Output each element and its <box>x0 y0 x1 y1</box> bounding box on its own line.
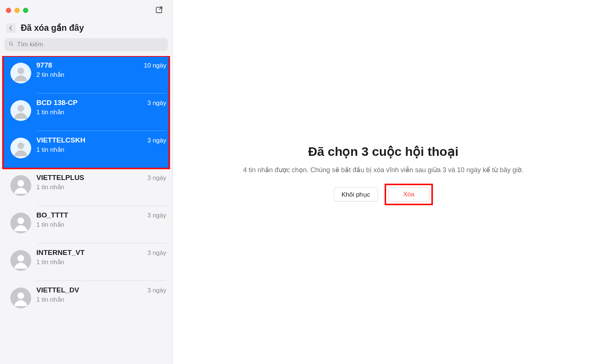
window-controls <box>6 8 28 13</box>
delete-button-highlight: Xóa <box>385 184 433 205</box>
conversation-row[interactable]: BCD 138-CP 3 ngày 1 tin nhắn <box>3 94 169 131</box>
recover-button[interactable]: Khôi phục <box>334 187 378 201</box>
conversation-list: 9778 10 ngày 2 tin nhắn BCD 138-CP 3 ngà… <box>0 56 172 364</box>
conversation-subtitle: 1 tin nhắn <box>36 146 166 154</box>
delete-button[interactable]: Xóa <box>388 187 429 201</box>
conversation-row[interactable]: VIETTELPLUS 3 ngày 1 tin nhắn <box>0 168 172 206</box>
back-button[interactable] <box>6 23 16 33</box>
conversation-subtitle: 1 tin nhắn <box>36 108 166 116</box>
header-row: Đã xóa gần đây <box>0 21 172 38</box>
conversation-name: VIETTELCSKH <box>36 136 85 144</box>
close-window-button[interactable] <box>6 8 11 13</box>
zoom-window-button[interactable] <box>23 8 28 13</box>
selection-heading: Đã chọn 3 cuộc hội thoại <box>243 144 523 159</box>
avatar <box>10 288 31 308</box>
avatar <box>10 100 31 121</box>
conversation-subtitle: 1 tin nhắn <box>36 183 166 191</box>
conversation-subtitle: 2 tin nhắn <box>36 71 166 79</box>
titlebar <box>0 0 172 21</box>
svg-point-16 <box>17 292 24 299</box>
conversation-row[interactable]: INTERNET_VT 3 ngày 1 tin nhắn <box>0 243 172 281</box>
minimize-window-button[interactable] <box>14 8 20 13</box>
sidebar: Đã xóa gần đây 9778 10 ngày <box>0 0 173 364</box>
svg-point-6 <box>17 105 24 112</box>
avatar <box>10 175 31 196</box>
conversation-time: 3 ngày <box>147 137 166 144</box>
conversation-name: INTERNET_VT <box>36 249 85 257</box>
conversation-row[interactable]: VIETTEL_DV 3 ngày 1 tin nhắn <box>0 281 172 318</box>
conversation-subtitle: 1 tin nhắn <box>36 258 166 266</box>
selection-summary: Đã chọn 3 cuộc hội thoại 4 tin nhắn được… <box>243 144 523 220</box>
conversation-time: 3 ngày <box>147 174 166 182</box>
search-field[interactable] <box>4 38 168 51</box>
conversation-name: BO_TTTT <box>36 211 68 219</box>
svg-point-14 <box>17 255 24 262</box>
conversation-name: VIETTELPLUS <box>36 174 84 182</box>
page-title: Đã xóa gần đây <box>21 23 84 33</box>
action-buttons: Khôi phục Xóa <box>243 184 523 205</box>
svg-point-1 <box>9 42 12 45</box>
avatar <box>10 213 31 233</box>
conversation-name: BCD 138-CP <box>36 99 78 107</box>
search-icon <box>8 41 14 48</box>
avatar <box>10 250 31 271</box>
conversation-row[interactable]: BO_TTTT 3 ngày 1 tin nhắn <box>0 206 172 243</box>
conversation-time: 3 ngày <box>147 287 166 294</box>
conversation-time: 3 ngày <box>147 249 166 257</box>
selection-description: 4 tin nhắn được chọn. Chúng sẽ bắt đầu b… <box>243 165 523 175</box>
avatar <box>10 63 31 83</box>
conversation-name: 9778 <box>36 61 52 69</box>
svg-point-12 <box>17 217 24 224</box>
conversation-row[interactable]: VIETTELCSKH 3 ngày 1 tin nhắn <box>3 131 169 168</box>
avatar <box>10 138 31 158</box>
conversation-subtitle: 1 tin nhắn <box>36 221 166 229</box>
svg-line-2 <box>12 45 13 46</box>
svg-point-10 <box>17 180 24 187</box>
main-pane: Đã chọn 3 cuộc hội thoại 4 tin nhắn được… <box>173 0 594 364</box>
svg-point-4 <box>17 68 24 74</box>
svg-point-8 <box>17 142 24 149</box>
conversation-subtitle: 1 tin nhắn <box>36 296 166 304</box>
conversation-row[interactable]: 9778 10 ngày 2 tin nhắn <box>3 56 169 94</box>
compose-icon[interactable] <box>155 6 163 15</box>
conversation-time: 3 ngày <box>147 99 166 107</box>
conversation-time: 10 ngày <box>144 62 167 69</box>
search-input[interactable] <box>17 41 164 48</box>
conversation-time: 3 ngày <box>147 212 166 219</box>
search-wrap <box>4 38 168 51</box>
conversation-name: VIETTEL_DV <box>36 286 79 294</box>
selected-conversations: 9778 10 ngày 2 tin nhắn BCD 138-CP 3 ngà… <box>3 56 169 168</box>
